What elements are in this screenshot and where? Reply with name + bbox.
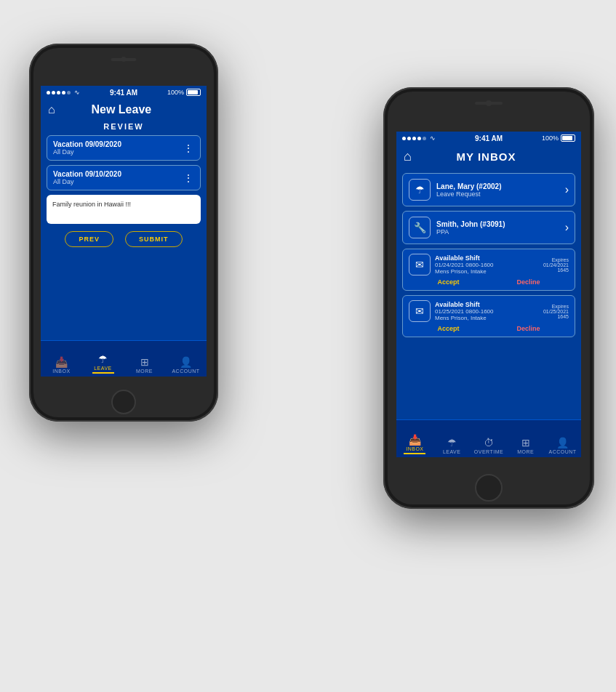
phone2-page-title: MY INBOX (417, 150, 555, 163)
phone1-status-bar: ∿ 9:41 AM 100% (41, 86, 207, 99)
tab-inbox-label: INBOX (52, 369, 70, 374)
shift-card-2-decline[interactable]: Decline (516, 325, 540, 332)
inbox-item-2[interactable]: 🔧 Smith, John (#3091) PPA › (402, 211, 575, 244)
p2-tab-inbox-label: INBOX (406, 446, 423, 451)
shift-card-2-detail1: 01/25/2021 0800-1600 (435, 308, 539, 315)
note-input[interactable]: Family reunion in Hawaii !!! (47, 195, 201, 224)
tab-inbox[interactable]: 📥 INBOX (41, 356, 82, 374)
shift-card-2[interactable]: ✉ Available Shift 01/25/2021 0800-1600 M… (402, 295, 575, 337)
p2-tab-leave-label: LEAVE (443, 449, 461, 454)
inbox-item-2-info: Smith, John (#3091) PPA (436, 220, 505, 236)
inbox-item-2-left: 🔧 Smith, John (#3091) PPA (409, 217, 505, 238)
p2-tab-leave[interactable]: ☂ LEAVE (433, 437, 471, 454)
tab-leave-icon: ☂ (98, 353, 108, 365)
phone1-time: 9:41 AM (110, 89, 137, 97)
shift-card-1-decline[interactable]: Decline (516, 278, 540, 286)
p2-tab-more-label: MORE (517, 449, 534, 454)
scene: ∿ 9:41 AM 100% ⌂ New Leave REVIEW (0, 0, 616, 692)
wifi-icon: ∿ (74, 89, 80, 96)
tab-more[interactable]: ⊞ MORE (124, 356, 165, 374)
tab-more-icon: ⊞ (140, 356, 149, 368)
dot3 (57, 91, 60, 94)
p2-tab-inbox-icon: 📥 (409, 434, 421, 446)
phone1-page-title: New Leave (61, 103, 182, 116)
shift-card-1-detail2: Mens Prison, Intake (435, 268, 539, 275)
shift-card-2-expires: Expires 01/25/2021 1645 (543, 304, 569, 319)
phone1-home-button[interactable] (111, 390, 136, 414)
p2-tab-more-icon: ⊞ (521, 437, 530, 448)
p2-dot4 (417, 137, 421, 140)
shift-card-2-accept[interactable]: Accept (437, 325, 459, 332)
phone2-body: ∿ 9:41 AM 100% ⌂ MY INBOX (388, 92, 590, 504)
inbox-item-1-sub: Leave Request (436, 190, 502, 198)
dot1 (47, 91, 50, 94)
p2-dot1 (402, 137, 406, 140)
p2-battery-fill (562, 136, 572, 140)
inbox-item-2-sub: PPA (436, 228, 505, 236)
submit-button[interactable]: SUBMIT (125, 231, 183, 247)
phone1-tab-bar: 📥 INBOX ☂ LEAVE ⊞ MORE 👤 ACCOUNT (41, 340, 207, 377)
phone1-speaker (111, 58, 137, 61)
p2-tab-leave-icon: ☂ (447, 437, 457, 448)
inbox-item-1-left: ☂ Lane, Mary (#2002) Leave Request (409, 179, 502, 201)
phone2-battery: 100% (542, 134, 575, 142)
shift-card-1[interactable]: ✉ Available Shift 01/24/2021 0800-1600 M… (402, 249, 575, 291)
phone2-screen: ∿ 9:41 AM 100% ⌂ MY INBOX (396, 132, 581, 457)
leave-card-1-title: Vacation 09/09/2020 (53, 140, 121, 148)
phone2: ∿ 9:41 AM 100% ⌂ MY INBOX (383, 87, 594, 509)
tab-inbox-icon: 📥 (55, 356, 68, 368)
leave-card-2-text: Vacation 09/10/2020 All Day (53, 170, 121, 185)
dot2 (52, 91, 55, 94)
tab-account[interactable]: 👤 ACCOUNT (165, 356, 207, 374)
inbox-item-1-chevron: › (565, 183, 569, 196)
p2-tab-inbox[interactable]: 📥 INBOX (396, 434, 433, 454)
signal-dots: ∿ (47, 89, 80, 96)
shift-card-2-expires-time: 1645 (543, 314, 569, 319)
leave-card-2-title: Vacation 09/10/2020 (53, 170, 121, 178)
inbox-item-2-chevron: › (565, 221, 569, 234)
phone1-body: ∿ 9:41 AM 100% ⌂ New Leave REVIEW (33, 48, 214, 417)
inbox-item-1[interactable]: ☂ Lane, Mary (#2002) Leave Request › (402, 173, 575, 206)
phone2-time: 9:41 AM (475, 134, 503, 142)
leave-card-2[interactable]: Vacation 09/10/2020 All Day ⋮ (47, 165, 201, 190)
leave-card-2-menu[interactable]: ⋮ (183, 172, 194, 184)
shift-card-1-icon: ✉ (409, 254, 431, 275)
tab-leave-label: LEAVE (94, 366, 112, 371)
shift-card-1-actions: Accept Decline (409, 278, 569, 286)
shift-card-1-expires: Expires 01/24/2021 1645 (543, 257, 569, 273)
shift-card-2-expires-date: 01/25/2021 (543, 309, 569, 314)
shift-card-1-top: ✉ Available Shift 01/24/2021 0800-1600 M… (409, 254, 569, 275)
phone1: ∿ 9:41 AM 100% ⌂ New Leave REVIEW (29, 44, 218, 422)
leave-card-2-sub: All Day (53, 178, 121, 185)
p2-tab-account[interactable]: 👤 ACCOUNT (544, 437, 581, 454)
leave-card-1-menu[interactable]: ⋮ (183, 142, 194, 154)
leave-card-1-text: Vacation 09/09/2020 All Day (53, 140, 121, 156)
shift-card-1-title: Available Shift (435, 254, 539, 262)
p2-battery-percent: 100% (542, 134, 559, 142)
inbox-item-2-icon: 🔧 (409, 217, 431, 238)
home-icon[interactable]: ⌂ (48, 103, 55, 116)
shift-card-2-top: ✉ Available Shift 01/25/2021 0800-1600 M… (409, 300, 569, 322)
battery-icon (186, 89, 201, 96)
phone1-subtitle: REVIEW (41, 119, 207, 135)
shift-card-1-accept[interactable]: Accept (437, 278, 459, 286)
phone2-status-bar: ∿ 9:41 AM 100% (396, 132, 581, 145)
phone2-home-button[interactable] (475, 474, 503, 502)
p2-tab-overtime[interactable]: ⏱ OVERTIME (471, 437, 508, 454)
p2-home-icon[interactable]: ⌂ (404, 149, 412, 164)
tab-account-label: ACCOUNT (172, 369, 199, 374)
p2-tab-inbox-underline (404, 453, 425, 454)
tab-leave[interactable]: ☂ LEAVE (82, 353, 124, 374)
leave-card-1[interactable]: Vacation 09/09/2020 All Day ⋮ (47, 135, 201, 161)
p2-tab-account-icon: 👤 (556, 437, 569, 448)
tab-account-icon: 👤 (180, 356, 192, 368)
p2-tab-more[interactable]: ⊞ MORE (507, 437, 544, 454)
inbox-item-1-name: Lane, Mary (#2002) (436, 182, 502, 190)
dot4 (62, 91, 65, 94)
shift-card-2-icon: ✉ (409, 300, 431, 322)
phone1-battery: 100% (167, 89, 201, 96)
phone1-screen: ∿ 9:41 AM 100% ⌂ New Leave REVIEW (41, 86, 207, 377)
prev-button[interactable]: PREV (65, 231, 113, 247)
dot5 (67, 91, 71, 94)
shift-card-2-expires-label: Expires (543, 304, 569, 309)
